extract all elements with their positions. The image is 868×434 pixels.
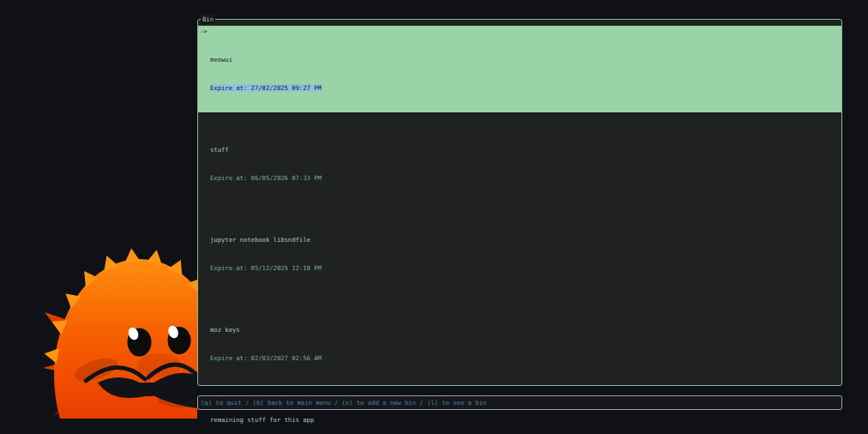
ferris-crab-icon [33,247,197,419]
list-item[interactable]: -> moz keys Expire at: 02/03/2027 02:56 … [198,296,841,383]
panel-title: Bin [201,15,215,24]
bin-name: moz keys [210,325,841,335]
list-item[interactable]: -> stuff Expire at: 06/05/2026 07:33 PM [198,116,841,202]
bin-expire-text: Expire at: 05/12/2025 12:18 PM [210,264,322,272]
list-item[interactable]: -> remaining stuff for this app Expire a… [198,386,841,434]
bin-name: stuff [210,145,841,154]
selection-arrow-icon: -> [200,27,208,36]
bin-name: meowui [210,55,841,64]
list-item[interactable]: -> jupyter notebook libsndfile Expire at… [198,206,841,292]
bin-expire-text: Expire at: 02/03/2027 02:56 AM [210,354,322,362]
bin-expire-text: Expire at: 27/02/2025 09:27 PM [210,84,322,92]
bin-expire: Expire at: 02/03/2027 02:56 AM [210,353,841,363]
bin-name: remaining stuff for this app [210,415,841,425]
bin-panel: Bin -> meowui Expire at: 27/02/2025 09:2… [197,19,842,386]
help-bar-text: (q) to quit / (b) back to main menu / (n… [198,398,486,407]
bin-expire: Expire at: 27/02/2025 09:27 PM [210,83,841,93]
bin-list: -> meowui Expire at: 27/02/2025 09:27 PM… [198,20,841,434]
list-item[interactable]: -> meowui Expire at: 27/02/2025 09:27 PM [198,26,841,112]
bin-name: jupyter notebook libsndfile [210,235,841,244]
help-bar: (q) to quit / (b) back to main menu / (n… [197,395,842,410]
bin-expire-text: Expire at: 06/05/2026 07:33 PM [210,174,322,182]
ferris-crab-mascot [33,247,197,419]
bin-expire: Expire at: 05/12/2025 12:18 PM [210,263,841,273]
bin-expire: Expire at: 06/05/2026 07:33 PM [210,173,841,183]
